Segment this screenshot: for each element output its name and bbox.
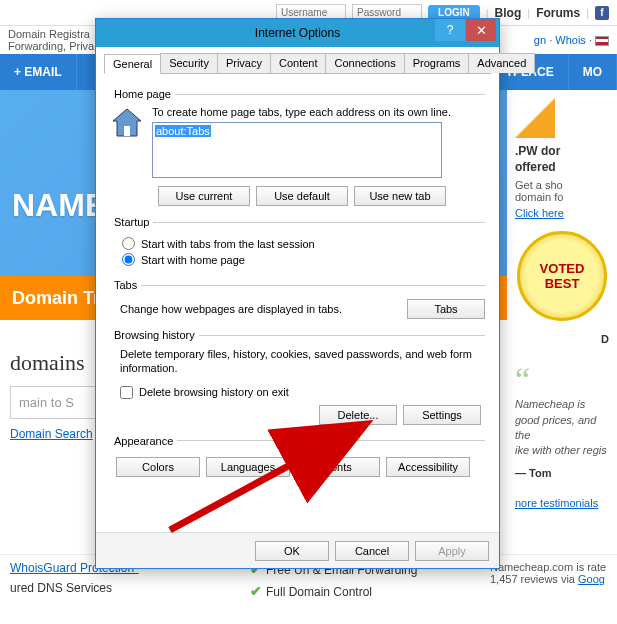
promo-text: domain fo — [515, 191, 563, 203]
reviews-text: 1,457 reviews via — [490, 573, 575, 585]
tabs-legend: Tabs — [110, 279, 141, 291]
bh-legend: Browsing history — [110, 329, 199, 341]
radio-label: Start with tabs from the last session — [141, 238, 315, 250]
delete-on-exit[interactable]: Delete browsing history on exit — [120, 386, 485, 399]
forums-link[interactable]: Forums — [536, 6, 580, 20]
bh-desc: Delete temporary files, history, cookies… — [110, 347, 485, 380]
quote-mark-icon: “ — [515, 361, 530, 398]
sep: | — [486, 7, 489, 19]
sep: | — [586, 7, 589, 19]
tab-general[interactable]: General — [104, 54, 161, 74]
checkbox-label: Delete browsing history on exit — [139, 386, 289, 398]
tabs-button[interactable]: Tabs — [407, 299, 485, 319]
tab-programs[interactable]: Programs — [404, 53, 470, 73]
close-button[interactable]: ✕ — [466, 19, 496, 41]
signin-link[interactable]: gn — [534, 34, 546, 46]
browsing-history-group: Browsing history Delete temporary files,… — [110, 329, 485, 425]
dialog-title: Internet Options — [255, 26, 340, 40]
startup-legend: Startup — [110, 216, 153, 228]
nav-more[interactable]: MO — [569, 54, 617, 90]
settings-button[interactable]: Settings — [403, 405, 481, 425]
internet-options-dialog: Internet Options ? ✕ General Security Pr… — [95, 18, 500, 569]
homepage-legend: Home page — [110, 88, 175, 100]
colors-button[interactable]: Colors — [116, 457, 200, 477]
use-default-button[interactable]: Use default — [256, 186, 348, 206]
dialog-footer: OK Cancel Apply — [96, 532, 499, 568]
accessibility-button[interactable]: Accessibility — [386, 457, 470, 477]
help-button[interactable]: ? — [435, 19, 465, 41]
homepage-desc: To create home page tabs, type each addr… — [152, 106, 485, 118]
radio-home-page[interactable] — [122, 253, 135, 266]
badge-text: BEST — [545, 276, 580, 291]
promo-heading: .PW dor — [515, 144, 560, 158]
homepage-textarea[interactable]: about:Tabs — [152, 122, 442, 178]
homepage-group: Home page To create home page tabs, type… — [110, 88, 485, 206]
check-icon: ✔ — [250, 583, 262, 599]
tabs-group: Tabs Change how webpages are displayed i… — [110, 279, 485, 319]
dns-text: ured DNS Services — [10, 581, 112, 595]
tabs-desc: Change how webpages are displayed in tab… — [110, 303, 342, 315]
more-testimonials-link[interactable]: nore testimonials — [515, 497, 598, 509]
dialog-titlebar[interactable]: Internet Options ? ✕ — [96, 19, 499, 47]
startup-group: Startup Start with tabs from the last se… — [110, 216, 485, 269]
d-label: D — [515, 333, 609, 345]
cancel-button[interactable]: Cancel — [335, 541, 409, 561]
svg-rect-1 — [124, 126, 130, 136]
delete-on-exit-checkbox[interactable] — [120, 386, 133, 399]
startup-last-session[interactable]: Start with tabs from the last session — [122, 237, 485, 250]
sep: | — [527, 7, 530, 19]
rated-text: Namecheap.com is rate — [490, 561, 607, 573]
bg-right-column: .PW doroffered Get a shodomain fo Click … — [507, 90, 617, 610]
apply-button[interactable]: Apply — [415, 541, 489, 561]
promo-text: Get a sho — [515, 179, 563, 191]
facebook-icon[interactable]: f — [595, 6, 609, 20]
radio-last-session[interactable] — [122, 237, 135, 250]
tab-security[interactable]: Security — [160, 53, 218, 73]
home-icon — [110, 106, 144, 140]
testimonial-text: Namecheap is good prices, and the ike wi… — [515, 397, 609, 459]
startup-home-page[interactable]: Start with home page — [122, 253, 485, 266]
nav-email[interactable]: + EMAIL — [0, 54, 77, 90]
ok-button[interactable]: OK — [255, 541, 329, 561]
fonts-button[interactable]: Fonts — [296, 457, 380, 477]
new-ribbon-icon — [515, 98, 555, 138]
use-new-tab-button[interactable]: Use new tab — [354, 186, 446, 206]
flag-icon — [595, 36, 609, 46]
tabstrip: General Security Privacy Content Connect… — [104, 53, 491, 74]
badge-text: VOTED — [540, 261, 585, 276]
tab-content[interactable]: Content — [270, 53, 327, 73]
tab-advanced[interactable]: Advanced — [468, 53, 535, 73]
use-current-button[interactable]: Use current — [158, 186, 250, 206]
appearance-legend: Appearance — [110, 435, 177, 447]
tagline: Domain Registra — [8, 28, 90, 40]
google-link[interactable]: Goog — [578, 573, 605, 585]
promo-heading: offered — [515, 160, 556, 174]
tab-connections[interactable]: Connections — [325, 53, 404, 73]
delete-button[interactable]: Delete... — [319, 405, 397, 425]
click-here-link[interactable]: Click here — [515, 207, 564, 219]
radio-label: Start with home page — [141, 254, 245, 266]
whois-link[interactable]: Whois — [555, 34, 586, 46]
tagline: Forwarding, Priva — [8, 40, 94, 52]
appearance-group: Appearance Colors Languages Fonts Access… — [110, 435, 485, 477]
tab-privacy[interactable]: Privacy — [217, 53, 271, 73]
testimonial-author: — Tom — [515, 467, 609, 479]
fdc-text: Full Domain Control — [266, 585, 372, 599]
adv-search-link[interactable]: Domain Search — [10, 427, 93, 441]
languages-button[interactable]: Languages — [206, 457, 290, 477]
voted-best-badge: VOTED BEST — [517, 231, 607, 321]
